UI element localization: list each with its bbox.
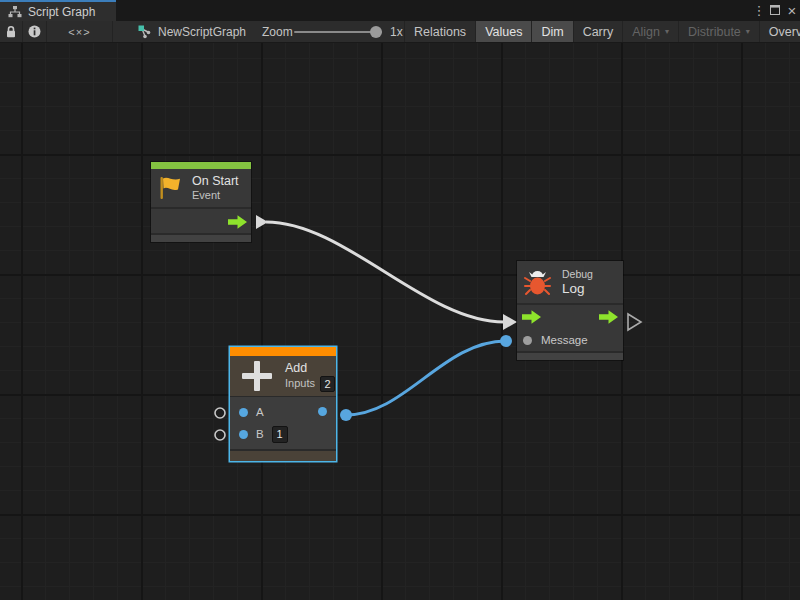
values-button[interactable]: Values bbox=[476, 21, 532, 42]
chevron-down-icon: ▾ bbox=[665, 28, 669, 36]
message-port-row: Message bbox=[517, 329, 623, 351]
window-menu-button[interactable]: ⋮ bbox=[751, 2, 767, 18]
plus-icon bbox=[242, 361, 272, 391]
overview-button[interactable]: Overview bbox=[760, 21, 800, 42]
node-footer bbox=[151, 233, 251, 242]
port-label-message: Message bbox=[541, 334, 588, 346]
port-row-b: B 1 bbox=[230, 423, 336, 445]
port-label-a: A bbox=[256, 406, 264, 418]
carry-button[interactable]: Carry bbox=[574, 21, 624, 42]
relations-button[interactable]: Relations bbox=[404, 21, 476, 42]
node-add[interactable]: Add Inputs 2 A B 1 bbox=[230, 347, 336, 461]
b-value-field[interactable]: 1 bbox=[272, 426, 288, 443]
node-debug-log[interactable]: Debug Log Message bbox=[517, 261, 623, 360]
port-label-b: B bbox=[256, 428, 264, 440]
tab-script-graph[interactable]: Script Graph bbox=[0, 0, 116, 21]
node-on-start-event[interactable]: On Start Event bbox=[151, 162, 251, 242]
node-header[interactable]: On Start Event bbox=[151, 169, 251, 207]
distribute-dropdown[interactable]: Distribute ▾ bbox=[679, 21, 760, 42]
graph-name-breadcrumb[interactable]: NewScriptGraph bbox=[138, 21, 246, 42]
node-body bbox=[151, 207, 251, 233]
node-header[interactable]: Debug Log bbox=[517, 261, 623, 303]
flow-output-arrow-icon[interactable] bbox=[228, 215, 247, 229]
flag-icon bbox=[157, 175, 184, 201]
input-port-a[interactable] bbox=[239, 408, 248, 417]
tab-label: Script Graph bbox=[28, 5, 95, 19]
node-title: On Start bbox=[192, 174, 239, 189]
info-button[interactable] bbox=[23, 21, 47, 42]
script-graph-asset-icon bbox=[138, 25, 152, 39]
node-header[interactable]: Add Inputs 2 bbox=[230, 356, 336, 396]
graph-toolbar: <×> NewScriptGraph Zoom 1x Relations Val… bbox=[0, 21, 800, 43]
zoom-slider-handle[interactable] bbox=[370, 26, 382, 38]
code-icon: <×> bbox=[68, 26, 90, 38]
kebab-menu-icon: ⋮ bbox=[753, 3, 766, 18]
node-title: Log bbox=[562, 281, 593, 296]
node-subtitle: Event bbox=[192, 189, 239, 202]
zoom-slider[interactable] bbox=[294, 31, 382, 33]
lock-icon bbox=[5, 25, 17, 38]
toolbar-toggle-group: Relations Values Dim Carry Align ▾ Distr… bbox=[404, 21, 800, 42]
input-port-b[interactable] bbox=[239, 430, 248, 439]
script-graph-window: Script Graph ⋮ × bbox=[0, 0, 800, 600]
dim-button[interactable]: Dim bbox=[532, 21, 573, 42]
zoom-label: Zoom bbox=[262, 25, 293, 39]
flow-output-arrow-icon[interactable] bbox=[599, 310, 618, 324]
event-color-strip bbox=[151, 162, 251, 169]
graph-name-label: NewScriptGraph bbox=[158, 25, 246, 39]
node-footer bbox=[230, 449, 336, 461]
node-subtitle: Inputs bbox=[285, 377, 315, 390]
node-footer bbox=[517, 351, 623, 360]
bug-icon bbox=[524, 268, 551, 296]
node-surtitle: Debug bbox=[562, 268, 593, 281]
close-icon: × bbox=[788, 2, 797, 19]
flow-input-arrow-icon[interactable] bbox=[522, 310, 541, 324]
math-color-strip bbox=[230, 347, 336, 356]
maximize-icon bbox=[770, 5, 780, 15]
tab-bar: Script Graph ⋮ × bbox=[0, 0, 800, 21]
zoom-value: 1x bbox=[390, 25, 403, 39]
chevron-down-icon: ▾ bbox=[746, 28, 750, 36]
graph-canvas[interactable] bbox=[0, 43, 800, 600]
code-view-button[interactable]: <×> bbox=[47, 21, 113, 42]
align-dropdown[interactable]: Align ▾ bbox=[623, 21, 679, 42]
node-title: Add bbox=[285, 361, 335, 376]
close-button[interactable]: × bbox=[784, 2, 800, 18]
flow-ports-row bbox=[517, 303, 623, 329]
info-icon bbox=[28, 25, 41, 38]
port-row-a: A bbox=[230, 401, 336, 423]
node-body: A B 1 bbox=[230, 396, 336, 449]
graph-hierarchy-icon bbox=[8, 6, 22, 18]
output-port-sum[interactable] bbox=[318, 407, 327, 416]
maximize-button[interactable] bbox=[767, 2, 783, 18]
lock-button[interactable] bbox=[0, 21, 23, 42]
inputs-count-field[interactable]: 2 bbox=[320, 376, 335, 392]
message-input-port[interactable] bbox=[523, 336, 532, 345]
